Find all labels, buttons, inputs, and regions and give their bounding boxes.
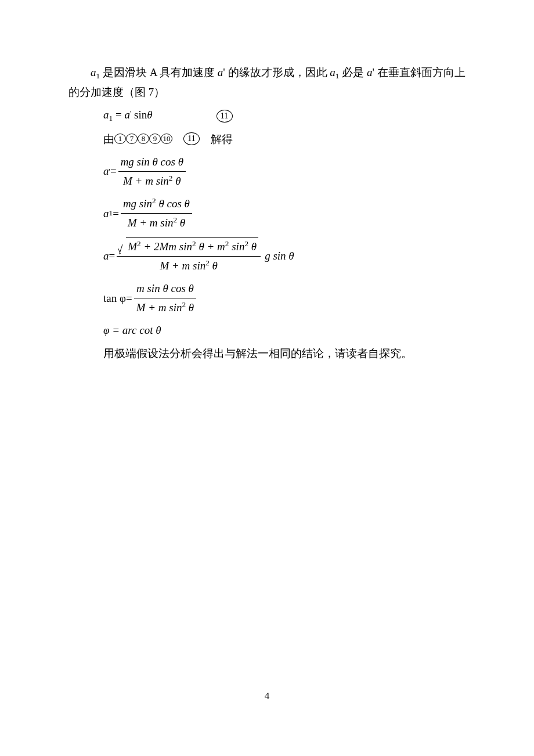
eqB-frac: mg sin2 θ cos θ M + m sin2 θ [121,195,192,232]
paragraph-1-line2: 的分加速度（图 7） [68,84,466,100]
eqC-frac: M2 + 2Mm sin2 θ + m2 sin2 θ M + m sin2 θ [117,237,261,275]
text: 在垂直斜面方向上 [377,66,466,78]
ref-9: 9 [149,134,161,144]
page: a1 是因滑块 A 具有加速度 a' 的缘故才形成，因此 a1 必是 a' 在垂… [0,0,534,756]
eqC-r4a: θ [248,240,257,253]
eqB-eq: = [113,205,119,222]
ref-8: 8 [138,134,149,144]
eqA-den-post: θ [173,175,181,187]
eqC-r2s: 2 [192,239,196,248]
eq-label-11: 11 [217,110,233,123]
equation-a1: a1 = mg sin2 θ cos θ M + m sin2 θ [103,195,466,232]
ref-7: 7 [126,134,138,144]
eqA-num: mg sin θ cos θ [121,156,183,168]
eqC-den-sup: 2 [205,258,210,267]
refs-post: 解得 [200,131,233,147]
ref-1: 1 [114,134,126,144]
var-a1b: a [330,66,335,78]
eqB-den-pre: M + m sin [128,217,174,229]
eqC-r3a: sin [229,240,244,253]
eq11-a: a [103,109,109,121]
eqE-text: φ = arc cot θ [103,322,161,339]
eqC-r1s: 2 [137,239,141,248]
ref-11: 11 [183,132,200,145]
eq11-sin: sin [131,109,147,121]
eqA-eq: = [110,163,117,179]
eq11-ra: a [124,109,130,121]
eqC-lhs: a [103,247,109,264]
eqB-num-pre: mg sin [123,198,152,210]
equation-block: a1 = a' sinθ 11 由178910 11 解得 a' = mg si… [103,106,466,339]
var-aprime: a [218,66,223,78]
eqC-den-post: θ [210,260,218,272]
eqB-num-post: θ cos θ [156,198,190,210]
eqA-lhs: a [103,163,109,179]
eqC-den-pre: M + m sin [160,260,205,272]
eqB-num-sup: 2 [152,196,156,205]
sub-1: 1 [96,71,100,80]
equation-phi: φ = arc cot θ [103,322,466,339]
refs-gap [172,131,183,147]
conclusion: 用极端假设法分析会得出与解法一相同的结论，请读者自探究。 [103,345,466,362]
eqA-den-sup: 2 [169,174,173,182]
text: 是因滑块 A 具有加速度 [103,66,215,78]
eqA-den-pre: M + m sin [123,175,169,187]
eqB-lhs: a [103,205,109,222]
equation-a: a = M2 + 2Mm sin2 θ + m2 sin2 θ M + m si… [103,237,466,275]
eqC-r2a: + 2Mm sin [141,240,192,253]
eq11-eq: = [113,109,124,121]
ref-10: 10 [161,134,172,144]
eqC-eq: = [109,247,116,264]
refs-pre: 由 [103,131,114,147]
text: 的缘故才形成，因此 [228,66,327,78]
var-a1: a [91,66,96,78]
prime-b: ' [372,66,374,78]
eqA-frac: mg sin θ cos θ M + m sin2 θ [118,153,186,189]
sqrt: M2 + 2Mm sin2 θ + m2 sin2 θ [119,237,258,255]
prime: ' [223,66,225,78]
eqD-den-pre: M + m sin [136,301,182,314]
eqC-r1: M [128,240,137,253]
eqD-num: m sin θ cos θ [136,282,194,294]
eqD-lhs: tan φ [103,290,126,307]
eqC-tail: g sin θ [265,247,294,264]
eqB-den-post: θ [177,217,185,229]
paragraph-1: a1 是因滑块 A 具有加速度 a' 的缘故才形成，因此 a1 必是 a' 在垂… [68,64,466,82]
eqD-den-post: θ [186,301,194,314]
var-aprime-b: a [367,66,373,78]
eqD-eq: = [126,290,132,307]
text: 必是 [342,66,364,78]
equation-tanphi: tan φ = m sin θ cos θ M + m sin2 θ [103,280,466,316]
page-number: 4 [0,689,534,704]
equation-11: a1 = a' sinθ 11 [103,106,466,125]
sub-1b: 1 [335,71,340,80]
eqB-sub: 1 [109,207,113,219]
eq11-theta: θ [147,109,152,121]
eqC-r2b: θ + m [196,240,225,253]
refs-line: 由178910 11 解得 [103,131,466,147]
equation-aprime: a' = mg sin θ cos θ M + m sin2 θ [103,153,466,189]
eqD-frac: m sin θ cos θ M + m sin2 θ [134,280,197,316]
